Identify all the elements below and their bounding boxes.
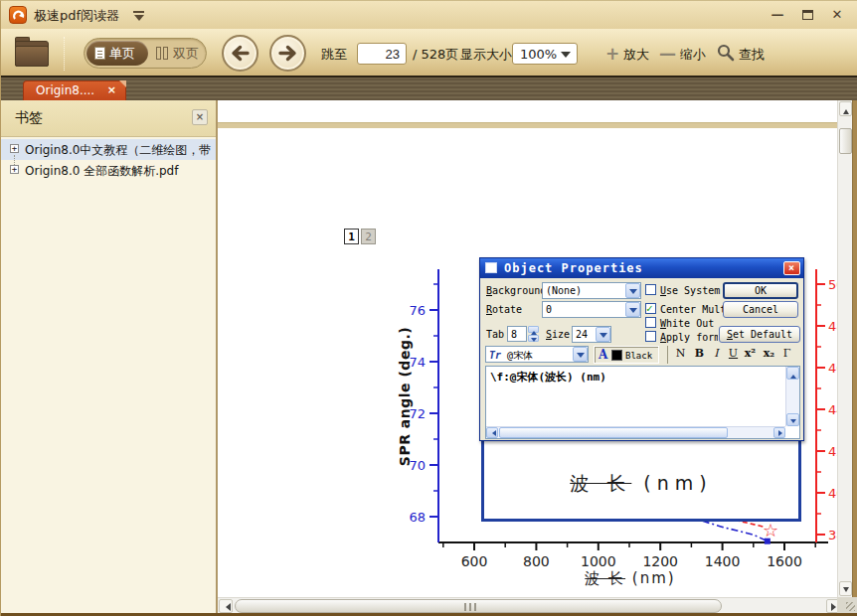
dialog-icon bbox=[485, 262, 497, 273]
svg-text:☆: ☆ bbox=[763, 520, 778, 540]
rotate-label: Rotate bbox=[486, 304, 522, 315]
arrow-left-icon bbox=[224, 37, 257, 70]
scrollbar-thumb[interactable] bbox=[839, 128, 852, 154]
open-file-button[interactable] bbox=[15, 37, 51, 69]
svg-text:40: 40 bbox=[828, 486, 837, 501]
next-page-button[interactable] bbox=[269, 35, 306, 72]
svg-text:50: 50 bbox=[828, 277, 837, 292]
textarea-vertical-scrollbar[interactable] bbox=[785, 367, 799, 426]
background-dropdown[interactable]: (None) bbox=[542, 282, 641, 299]
textarea-horizontal-scrollbar[interactable] bbox=[486, 426, 785, 438]
chevron-down-icon[interactable] bbox=[625, 302, 640, 317]
use-system-font-checkbox[interactable] bbox=[645, 284, 656, 295]
vertical-scrollbar[interactable] bbox=[837, 100, 852, 597]
right-edge-strip bbox=[852, 100, 857, 597]
maximize-button[interactable] bbox=[796, 7, 818, 25]
cancel-button[interactable]: Cancel bbox=[723, 301, 798, 318]
expand-icon[interactable]: + bbox=[10, 144, 19, 153]
zoom-level-dropdown[interactable]: 100% bbox=[512, 43, 578, 65]
expand-icon[interactable]: + bbox=[10, 165, 19, 174]
scroll-down-icon[interactable] bbox=[786, 413, 799, 426]
format-superscript-button[interactable]: x² bbox=[742, 347, 759, 360]
find-button[interactable]: 查找 bbox=[739, 46, 765, 64]
tab-label: Tab bbox=[486, 329, 504, 340]
svg-text:1000: 1000 bbox=[581, 553, 616, 569]
format-subscript-button[interactable]: x₂ bbox=[761, 347, 777, 360]
scrollbar-thumb[interactable] bbox=[235, 599, 722, 613]
format-bold-button[interactable]: B bbox=[691, 347, 708, 360]
menu-dropdown-icon[interactable] bbox=[133, 11, 144, 26]
apply-formatting-checkbox[interactable] bbox=[645, 331, 656, 342]
rotate-dropdown[interactable]: 0 bbox=[542, 301, 641, 318]
page-number-input[interactable] bbox=[357, 43, 407, 65]
x-axis-title-cjk: 波 长 bbox=[585, 569, 625, 587]
bookmark-item-2[interactable]: + Origin8.0 全部函数解析.pdf bbox=[1, 160, 216, 181]
maximize-icon bbox=[802, 10, 813, 20]
sidebar-close-button[interactable]: × bbox=[192, 109, 208, 125]
scrollbar-thumb[interactable] bbox=[499, 427, 728, 438]
format-underline-button[interactable]: U bbox=[725, 347, 742, 360]
bookmark-item-1[interactable]: + Origin8.0中文教程（二维绘图，带 bbox=[1, 139, 216, 160]
scroll-up-icon[interactable] bbox=[839, 101, 852, 116]
layer-2-button[interactable]: 2 bbox=[361, 229, 376, 244]
format-normal-button[interactable]: N bbox=[672, 347, 689, 360]
toolbar-divider bbox=[667, 346, 668, 364]
scroll-up-icon[interactable] bbox=[786, 367, 799, 380]
zoom-in-button[interactable]: 放大 bbox=[623, 46, 649, 64]
set-default-button[interactable]: Set Default bbox=[719, 326, 800, 343]
tab-value-field[interactable]: 8 bbox=[507, 326, 527, 342]
page-mode-toggle: 单页 双页 bbox=[84, 38, 207, 69]
white-out-checkbox[interactable] bbox=[645, 317, 656, 328]
dialog-close-button[interactable]: × bbox=[783, 261, 800, 275]
center-multi-checkbox[interactable] bbox=[645, 303, 656, 314]
size-label: Size bbox=[546, 329, 570, 340]
object-text-area[interactable]: \f:@宋体(波长) (nm) bbox=[485, 366, 800, 439]
font-dropdown[interactable]: Tr @宋体 bbox=[485, 346, 589, 363]
bookmarks-title: 书签 bbox=[15, 109, 43, 127]
resize-grip[interactable] bbox=[837, 597, 857, 614]
single-page-button[interactable]: 单页 bbox=[86, 41, 148, 66]
page-total-label: / 528页 bbox=[413, 46, 458, 64]
layer-1-button[interactable]: 1 bbox=[344, 229, 359, 244]
svg-text:1400: 1400 bbox=[705, 553, 741, 569]
x-axis-title-unit: (nm) bbox=[632, 569, 676, 587]
format-italic-button[interactable]: I bbox=[708, 347, 725, 360]
chevron-down-icon bbox=[561, 52, 571, 63]
chevron-down-icon[interactable] bbox=[573, 347, 588, 362]
document-tab[interactable]: Origin8.... × bbox=[23, 80, 126, 100]
minimize-button[interactable]: — bbox=[767, 7, 788, 25]
object-text-value: \f:@宋体(波长) (nm) bbox=[490, 370, 606, 385]
scroll-left-icon[interactable] bbox=[486, 427, 498, 438]
font-color-button[interactable]: A Black bbox=[594, 346, 659, 364]
svg-text:1600: 1600 bbox=[767, 553, 802, 569]
horizontal-scrollbar[interactable] bbox=[218, 597, 841, 614]
zoom-level-value: 100% bbox=[520, 47, 557, 62]
ok-button[interactable]: OK bbox=[723, 282, 798, 299]
svg-text:46: 46 bbox=[828, 361, 837, 376]
previous-page-button[interactable] bbox=[222, 35, 258, 72]
spin-down-icon bbox=[528, 335, 539, 342]
scroll-right-icon[interactable] bbox=[773, 427, 785, 438]
double-page-button[interactable]: 双页 bbox=[150, 41, 206, 66]
close-button[interactable]: ✕ bbox=[826, 7, 848, 25]
plus-icon[interactable]: + bbox=[605, 44, 619, 64]
minus-icon[interactable]: — bbox=[659, 44, 676, 64]
scroll-left-icon[interactable] bbox=[219, 599, 233, 613]
dialog-title-bar[interactable]: Object Properties × bbox=[480, 258, 803, 278]
axis-title-edit-box[interactable]: 波 长 (nm) bbox=[481, 438, 801, 522]
zoom-out-button[interactable]: 缩小 bbox=[680, 46, 706, 64]
bookmark-tree: + Origin8.0中文教程（二维绘图，带 + Origin8.0 全部函数解… bbox=[1, 139, 216, 181]
scroll-down-icon[interactable] bbox=[839, 581, 852, 596]
bookmark-label: Origin8.0 全部函数解析.pdf bbox=[25, 163, 178, 180]
svg-text:600: 600 bbox=[461, 553, 488, 569]
tab-spinner[interactable] bbox=[528, 326, 540, 342]
size-dropdown[interactable]: 24 bbox=[572, 326, 611, 343]
chevron-down-icon[interactable] bbox=[596, 327, 610, 342]
thumb-grip bbox=[464, 603, 478, 611]
x-axis-title: 波 长 (nm) bbox=[546, 569, 715, 588]
pdf-reader-window: 极速pdf阅读器 — ✕ 单页 双页 跳至 bbox=[0, 0, 857, 616]
search-icon[interactable] bbox=[717, 44, 735, 66]
chevron-down-icon[interactable] bbox=[625, 283, 640, 298]
tab-close-icon[interactable]: × bbox=[107, 83, 116, 96]
format-greek-button[interactable]: Γ bbox=[778, 347, 795, 360]
